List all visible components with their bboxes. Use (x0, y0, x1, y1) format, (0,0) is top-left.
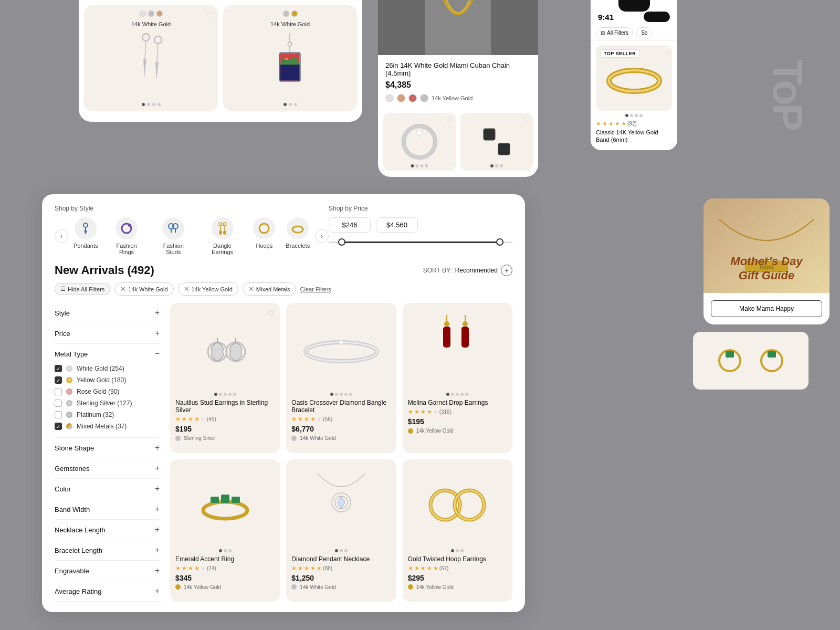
style-item-fashion-studs[interactable]: Fashion Studs (155, 217, 192, 255)
carousel-dot[interactable] (421, 164, 424, 167)
metal-swatch[interactable] (175, 436, 181, 441)
carousel-dot[interactable] (214, 393, 217, 396)
carousel-dot[interactable] (224, 549, 227, 552)
carousel-dot[interactable] (411, 164, 414, 167)
carousel-dot[interactable] (425, 164, 428, 167)
carousel-dot[interactable] (344, 393, 348, 396)
carousel-dot[interactable] (456, 549, 459, 552)
slider-thumb-min[interactable] (338, 238, 345, 246)
sort-button[interactable]: So (636, 27, 652, 38)
carousel-dot[interactable] (446, 393, 449, 396)
metal-swatch[interactable] (408, 584, 413, 590)
all-filters-button[interactable]: ⊟ All Filters (596, 27, 633, 38)
carousel-dot[interactable] (158, 103, 161, 106)
carousel-dot[interactable] (335, 549, 338, 552)
style-next-arrow[interactable]: › (315, 229, 329, 243)
filter-price-header[interactable]: Price + (55, 329, 160, 338)
carousel-dot[interactable] (625, 114, 628, 117)
carousel-dot[interactable] (219, 549, 222, 552)
carousel-dot[interactable] (639, 114, 643, 117)
carousel-dot[interactable] (228, 393, 232, 396)
filter-option-sterling-silver[interactable]: Sterling Silver (127) (55, 397, 160, 409)
filter-tag-yellow-gold[interactable]: ✕ 14k Yellow Gold (178, 282, 238, 296)
filter-necklace-length-header[interactable]: Necklace Length + (55, 525, 160, 534)
price-max-input[interactable] (376, 217, 418, 233)
style-item-pendants[interactable]: Pendants (74, 217, 98, 249)
carousel-dot[interactable] (349, 393, 352, 396)
wishlist-icon[interactable]: ♡ (665, 49, 672, 58)
filter-avg-rating-header[interactable]: Average Rating + (55, 586, 160, 596)
style-prev-arrow[interactable]: ‹ (55, 229, 68, 243)
carousel-dot[interactable] (219, 393, 222, 396)
carousel-dot[interactable] (344, 549, 348, 552)
color-swatch[interactable] (385, 94, 394, 102)
carousel-dot[interactable] (451, 393, 454, 396)
filter-option-white-gold[interactable]: ✓ White Gold (254) (55, 363, 160, 374)
make-mama-happy-button[interactable]: Make Mama Happy (711, 300, 822, 317)
filter-color-header[interactable]: Color + (55, 484, 160, 494)
carousel-dot[interactable] (340, 549, 343, 552)
carousel-dot[interactable] (335, 393, 338, 396)
style-item-hoops[interactable]: Hoops (253, 217, 275, 249)
carousel-dot[interactable] (490, 164, 494, 167)
filter-checkbox[interactable]: ✓ (55, 423, 62, 430)
filter-option-yellow-gold[interactable]: ✓ Yellow Gold (180) (55, 374, 160, 386)
carousel-dot[interactable] (233, 393, 236, 396)
filter-band-width-header[interactable]: Band Width + (55, 505, 160, 514)
carousel-dot[interactable] (294, 103, 297, 106)
clear-filters-link[interactable]: Clear Filters (300, 286, 331, 292)
filter-tag-mixed-metals[interactable]: ✕ Mixed Metals (243, 282, 296, 296)
carousel-dot[interactable] (284, 103, 287, 106)
filter-bracelet-length-header[interactable]: Bracelet Length + (55, 545, 160, 555)
carousel-dot[interactable] (456, 393, 459, 396)
filter-checkbox[interactable] (55, 388, 62, 395)
wishlist-icon[interactable]: ♡ (267, 308, 275, 318)
metal-swatch[interactable] (291, 584, 297, 590)
filter-checkbox[interactable]: ✓ (55, 376, 62, 384)
color-swatch[interactable] (408, 94, 417, 102)
metal-swatch[interactable] (291, 436, 297, 441)
carousel-dot[interactable] (289, 103, 292, 106)
carousel-dot[interactable] (340, 393, 343, 396)
color-swatch[interactable] (148, 10, 154, 17)
carousel-dot[interactable] (460, 393, 464, 396)
color-swatch[interactable] (397, 94, 405, 102)
filter-gemstones-header[interactable]: Gemstones + (55, 464, 160, 473)
carousel-dot[interactable] (460, 549, 464, 552)
metal-swatch[interactable] (408, 428, 413, 434)
filter-stone-shape-header[interactable]: Stone Shape + (55, 443, 160, 453)
filter-engravable-header[interactable]: Engravable + (55, 566, 160, 575)
sort-expand-button[interactable]: + (501, 265, 512, 276)
filter-tag-white-gold[interactable]: ✕ 14k White Gold (114, 282, 173, 296)
price-min-input[interactable] (329, 217, 371, 233)
filter-checkbox[interactable] (55, 400, 62, 407)
color-swatch[interactable] (140, 10, 146, 17)
carousel-dot[interactable] (465, 393, 468, 396)
carousel-dot[interactable] (495, 164, 498, 167)
wishlist-icon[interactable]: ♡ (205, 10, 213, 20)
color-swatch[interactable] (156, 10, 163, 17)
carousel-dot[interactable] (330, 393, 333, 396)
metal-swatch[interactable] (175, 584, 181, 590)
carousel-dot[interactable] (630, 114, 633, 117)
color-swatch[interactable] (283, 10, 289, 17)
wishlist-icon[interactable]: ♡ (446, 116, 453, 124)
carousel-dot[interactable] (228, 549, 232, 552)
carousel-dot[interactable] (224, 393, 227, 396)
hide-filters-button[interactable]: ☰ Hide All Filters (55, 283, 110, 295)
carousel-dot[interactable] (147, 103, 150, 106)
style-item-fashion-rings[interactable]: Fashion Rings (108, 217, 144, 255)
filter-style-header[interactable]: Style + (55, 308, 160, 318)
color-swatch[interactable] (420, 94, 428, 102)
filter-option-rose-gold[interactable]: Rose Gold (90) (55, 386, 160, 397)
filter-metal-header[interactable]: Metal Type − (55, 349, 160, 359)
style-item-dangle-earrings[interactable]: Dangle Earrings (202, 217, 243, 255)
filter-option-mixed-metals[interactable]: ✓ Mixed Metals (37) (55, 421, 160, 432)
style-item-bracelets[interactable]: Bracelets (286, 217, 310, 249)
carousel-dot[interactable] (416, 164, 419, 167)
carousel-dot[interactable] (142, 103, 145, 106)
filter-checkbox[interactable]: ✓ (55, 365, 62, 372)
slider-thumb-max[interactable] (496, 238, 503, 246)
carousel-dot[interactable] (500, 164, 503, 167)
carousel-dot[interactable] (152, 103, 155, 106)
